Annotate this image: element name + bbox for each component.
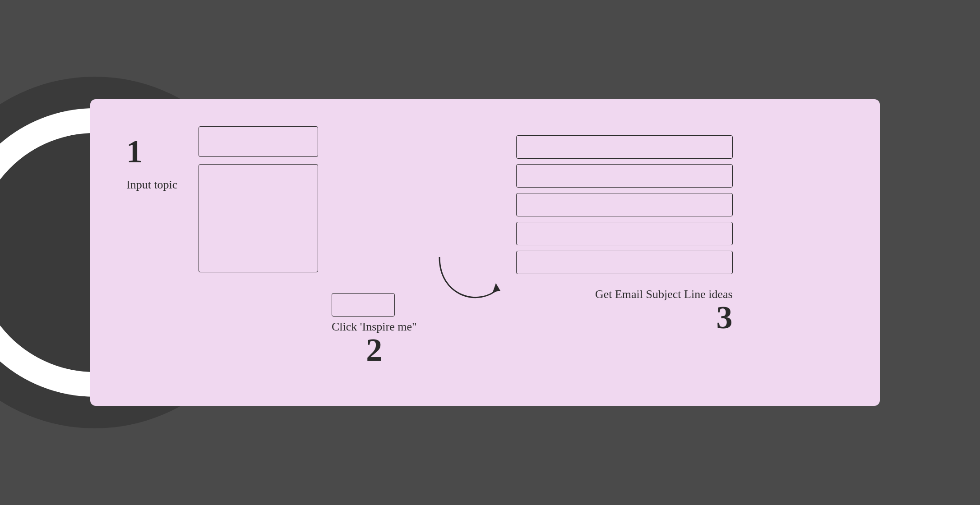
step1-input-col <box>199 126 318 272</box>
arrow-area <box>417 126 516 316</box>
step3-section: Get Email Subject Line ideas 3 <box>516 126 733 334</box>
step3-number: 3 <box>717 301 733 334</box>
pink-card: 1 Input topic Click 'Inspire me" 2 <box>90 99 880 406</box>
step1-number: 1 <box>126 135 143 168</box>
result-input-3[interactable] <box>516 193 733 216</box>
curved-arrow-icon <box>426 243 507 316</box>
step2-section: Click 'Inspire me" 2 <box>332 126 417 366</box>
step2-number: 2 <box>366 334 382 366</box>
step2-label-row: Click 'Inspire me" 2 <box>332 320 417 366</box>
topic-input-single[interactable] <box>199 126 318 157</box>
main-layout: 1 Input topic Click 'Inspire me" 2 <box>126 126 844 366</box>
inspire-button[interactable] <box>332 293 395 317</box>
svg-marker-0 <box>493 283 500 292</box>
step3-label: Get Email Subject Line ideas <box>595 288 733 301</box>
topic-input-multi[interactable] <box>199 164 318 272</box>
result-input-2[interactable] <box>516 164 733 188</box>
step1-label-col: 1 Input topic <box>126 126 185 193</box>
result-input-5[interactable] <box>516 251 733 274</box>
step1-label: Input topic <box>126 177 177 193</box>
result-rows <box>516 135 733 274</box>
step3-label-section: Get Email Subject Line ideas 3 <box>516 288 733 334</box>
step1-section: 1 Input topic <box>126 126 318 272</box>
result-input-4[interactable] <box>516 222 733 245</box>
result-input-1[interactable] <box>516 135 733 159</box>
